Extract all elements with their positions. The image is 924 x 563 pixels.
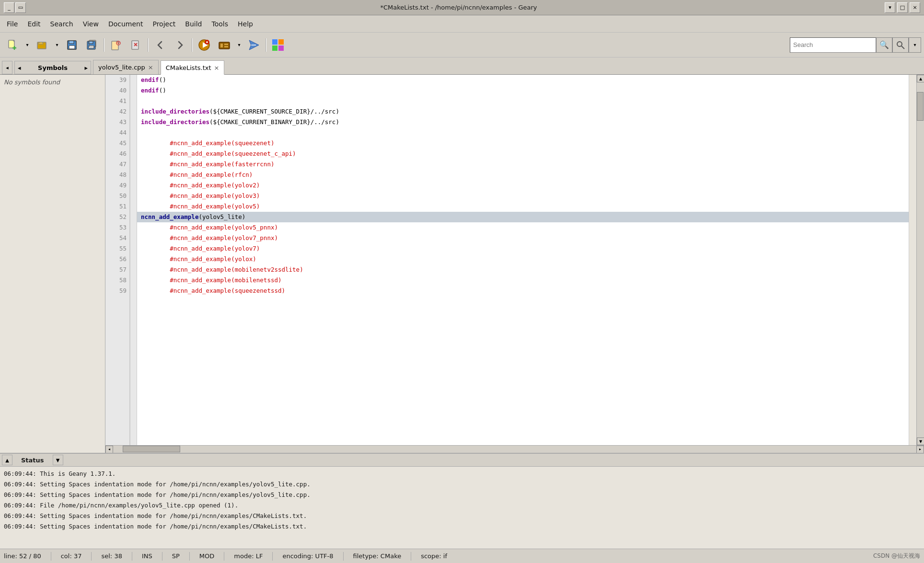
menu-edit[interactable]: Edit — [23, 18, 45, 30]
code-line-40[interactable]: endif() — [137, 85, 909, 96]
fold-mark-58 — [130, 275, 137, 286]
menu-bar: File Edit Search View Document Project B… — [0, 15, 924, 33]
scroll-up-btn[interactable]: ▲ — [917, 75, 924, 82]
code-line-56[interactable]: #ncnn_add_example(yolox) — [137, 254, 909, 264]
status-div-7 — [272, 552, 273, 561]
tab-cmake-close[interactable]: × — [214, 65, 219, 71]
search-options-dropdown[interactable]: ▾ — [909, 37, 921, 53]
line-number-50: 50 — [105, 191, 129, 201]
revert-btn[interactable] — [106, 35, 126, 55]
back-btn[interactable] — [150, 35, 170, 55]
status-mod: MOD — [199, 552, 214, 560]
code-line-54[interactable]: #ncnn_add_example(yolov7_pnnx) — [137, 233, 909, 243]
code-line-53[interactable]: #ncnn_add_example(yolov5_pnnx) — [137, 222, 909, 233]
menu-document[interactable]: Document — [104, 18, 148, 30]
log-line: 06:09:44: Setting Spaces indentation mod… — [4, 521, 920, 532]
code-lines: endif() endif() include_directories(${CM… — [137, 75, 909, 296]
fold-mark-45 — [130, 138, 137, 149]
code-line-50[interactable]: #ncnn_add_example(yolov3) — [137, 191, 909, 201]
code-line-49[interactable]: #ncnn_add_example(yolov2) — [137, 180, 909, 191]
line-number-44: 44 — [105, 127, 129, 138]
code-line-46[interactable]: #ncnn_add_example(squeezenet_c_api) — [137, 149, 909, 159]
build-dropdown[interactable]: ▾ — [235, 35, 243, 55]
title-restore-btn[interactable]: ▭ — [15, 2, 26, 13]
code-line-48[interactable]: #ncnn_add_example(rfcn) — [137, 170, 909, 180]
tab-cmake[interactable]: CMakeLists.txt × — [161, 60, 225, 75]
menu-search[interactable]: Search — [46, 18, 78, 30]
v-scroll-thumb[interactable] — [917, 92, 924, 121]
code-line-58[interactable]: #ncnn_add_example(mobilenetssd) — [137, 275, 909, 286]
menu-build[interactable]: Build — [180, 18, 207, 30]
new-file-btn[interactable] — [3, 35, 22, 55]
search-input[interactable] — [790, 37, 876, 53]
symbols-nav-left[interactable]: ◂ — [18, 64, 21, 71]
fold-mark-55 — [130, 243, 137, 254]
tab-prev-btn[interactable]: ◂ — [2, 61, 12, 74]
tab-yolov5[interactable]: yolov5_lite.cpp × — [93, 60, 159, 74]
open-file-dropdown[interactable]: ▾ — [53, 35, 61, 55]
fold-mark-51 — [130, 201, 137, 212]
menu-file[interactable]: File — [2, 18, 23, 30]
status-div-8 — [343, 552, 344, 561]
fold-mark-54 — [130, 233, 137, 243]
code-line-59[interactable]: #ncnn_add_example(squeezenetssd) — [137, 286, 909, 296]
title-close-btn[interactable]: × — [910, 2, 920, 13]
code-line-57[interactable]: #ncnn_add_example(mobilenetv2ssdlite) — [137, 264, 909, 275]
title-dropdown-btn[interactable]: ▾ — [885, 2, 895, 13]
title-minimize-btn[interactable]: _ — [4, 2, 14, 13]
code-line-52[interactable]: ncnn_add_example(yolov5_lite) — [137, 212, 909, 222]
code-line-47[interactable]: #ncnn_add_example(fasterrcnn) — [137, 159, 909, 170]
code-line-51[interactable]: #ncnn_add_example(yolov5) — [137, 201, 909, 212]
code-line-45[interactable]: #ncnn_add_example(squeezenet) — [137, 138, 909, 149]
v-scrollbar[interactable]: ▲ ▼ — [916, 75, 924, 445]
compile-btn[interactable] — [195, 35, 214, 55]
close-btn[interactable] — [127, 35, 146, 55]
status-div-2 — [91, 552, 92, 561]
fold-mark-57 — [130, 264, 137, 275]
tab-bar: ◂ ◂ Symbols ▸ yolov5_lite.cpp × CMakeLis… — [0, 57, 924, 75]
title-maximize-btn[interactable]: □ — [897, 2, 908, 13]
h-scroll-thumb[interactable] — [123, 446, 180, 452]
menu-tools[interactable]: Tools — [207, 18, 233, 30]
code-line-39[interactable]: endif() — [137, 75, 909, 85]
log-header: ▲ Status ▼ — [0, 454, 924, 467]
status-col: col: 37 — [61, 552, 82, 560]
log-expand-btn[interactable]: ▼ — [53, 455, 63, 465]
tab-yolov5-close[interactable]: × — [148, 64, 153, 70]
open-file-btn[interactable] — [33, 35, 52, 55]
svg-rect-30 — [278, 46, 284, 51]
h-scroll-track[interactable] — [113, 446, 916, 453]
menu-view[interactable]: View — [78, 18, 104, 30]
scroll-right-btn[interactable]: ▸ — [916, 446, 924, 453]
v-scroll-track[interactable] — [917, 82, 924, 437]
scroll-down-btn[interactable]: ▼ — [917, 437, 924, 445]
toolbar: ▾ ▾ — [0, 33, 924, 57]
send-btn[interactable] — [244, 35, 264, 55]
code-line-55[interactable]: #ncnn_add_example(yolov7) — [137, 243, 909, 254]
status-tab[interactable]: Status — [16, 456, 49, 465]
status-line: line: 52 / 80 — [4, 552, 41, 560]
save-all-btn[interactable] — [82, 35, 102, 55]
code-line-44[interactable] — [137, 127, 909, 138]
h-scrollbar[interactable]: ◂ ▸ — [105, 445, 924, 453]
new-file-dropdown[interactable]: ▾ — [23, 35, 32, 55]
code-line-41[interactable] — [137, 96, 909, 106]
scroll-left-btn[interactable]: ◂ — [105, 446, 113, 453]
clear-search-btn[interactable]: 🔍 — [876, 37, 892, 53]
build-btn[interactable] — [215, 35, 234, 55]
menu-project[interactable]: Project — [148, 18, 180, 30]
code-area[interactable]: endif() endif() include_directories(${CM… — [137, 75, 909, 445]
svg-rect-22 — [220, 44, 223, 47]
menu-help[interactable]: Help — [233, 18, 258, 30]
symbols-nav-right[interactable]: ▸ — [84, 64, 88, 71]
svg-rect-11 — [112, 41, 118, 50]
window-title: *CMakeLists.txt - /home/pi/ncnn/examples… — [33, 4, 885, 11]
code-line-43[interactable]: include_directories(${CMAKE_CURRENT_BINA… — [137, 117, 909, 127]
save-btn[interactable] — [62, 35, 81, 55]
forward-btn[interactable] — [171, 35, 190, 55]
search-go-btn[interactable] — [892, 37, 909, 53]
watermark: CSDN @仙天视海 — [873, 552, 920, 560]
color-btn[interactable] — [268, 35, 288, 55]
log-collapse-btn[interactable]: ▲ — [2, 455, 12, 465]
code-line-42[interactable]: include_directories(${CMAKE_CURRENT_SOUR… — [137, 106, 909, 117]
